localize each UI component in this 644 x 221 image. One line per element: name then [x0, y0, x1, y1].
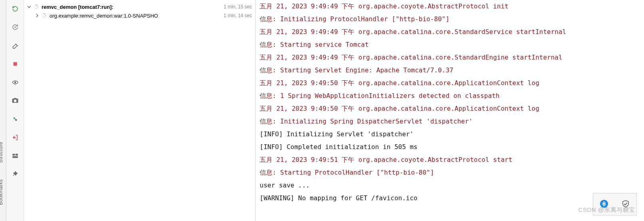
- console-line: 信息: Starting Servlet Engine: Apache Tomc…: [260, 64, 640, 77]
- svg-line-14: [34, 8, 35, 8]
- tree-child-label: org.example:remvc_demon:war:1.0-SNAPSHO: [50, 13, 158, 19]
- console-line: 信息: 1 Spring WebApplicationInitializers …: [260, 90, 640, 102]
- settings-button[interactable]: [10, 40, 21, 51]
- svg-rect-6: [12, 154, 15, 156]
- console-line: 五月 21, 2023 9:49:50 下午 org.apache.catali…: [260, 102, 640, 115]
- chevron-down-icon[interactable]: [27, 5, 33, 9]
- loading-spinner-icon: [33, 4, 39, 10]
- exit-button[interactable]: [10, 132, 21, 143]
- console-line: 五月 21, 2023 9:49:50 下午 org.apache.catali…: [260, 77, 640, 90]
- tree-root-time: 1 min, 15 sec: [220, 4, 252, 10]
- console-output[interactable]: 五月 21, 2023 9:49:49 下午 org.apache.coyote…: [256, 0, 644, 221]
- tree-child-time: 1 min, 14 sec: [220, 13, 252, 18]
- svg-line-16: [34, 5, 35, 6]
- rerun-button[interactable]: [10, 3, 21, 14]
- maven-button[interactable]: [10, 113, 21, 125]
- svg-rect-8: [12, 156, 18, 158]
- console-line: [INFO] Completed initialization in 505 m…: [260, 141, 640, 153]
- dump-threads-button[interactable]: [10, 95, 21, 106]
- console-line: 五月 21, 2023 9:49:49 下午 org.apache.catali…: [260, 51, 640, 64]
- console-line: user save ...: [260, 179, 640, 192]
- toolwindow-bookmarks-label[interactable]: Bookmarks: [0, 179, 4, 205]
- security-shield-icon: [621, 199, 630, 209]
- run-toolbar: [6, 0, 24, 221]
- svg-line-12: [37, 8, 38, 8]
- svg-line-18: [45, 14, 46, 15]
- bluetooth-icon: [600, 199, 608, 209]
- vertical-toolwindow-strip[interactable]: Bookmarks Structure: [0, 0, 6, 221]
- console-line: 信息: Starting service Tomcat: [260, 38, 640, 51]
- loading-spinner-icon: [41, 12, 47, 19]
- svg-line-20: [45, 16, 46, 17]
- stop-button[interactable]: [10, 58, 21, 70]
- rerun-history-button[interactable]: [10, 22, 21, 33]
- tree-root-node[interactable]: remvc_demon [tomcat7:run]: 1 min, 15 sec: [24, 2, 255, 11]
- pin-button[interactable]: [10, 169, 21, 180]
- svg-point-0: [15, 27, 16, 28]
- show-button[interactable]: [10, 77, 21, 88]
- console-line: 信息: Starting ProtocolHandler ["http-bio-…: [260, 166, 640, 179]
- console-line: [WARNING] No mapping for GET /favicon.ic…: [260, 192, 640, 205]
- svg-point-3: [14, 82, 16, 83]
- tree-root-label: remvc_demon [tomcat7:run]:: [42, 4, 113, 10]
- chevron-right-icon[interactable]: [35, 14, 41, 18]
- svg-rect-1: [13, 62, 17, 66]
- console-line: 信息: Initializing Spring DispatcherServle…: [260, 115, 640, 128]
- svg-line-24: [42, 14, 43, 15]
- console-line: 五月 21, 2023 9:49:49 下午 org.apache.catali…: [260, 26, 640, 38]
- console-line: 五月 21, 2023 9:49:49 下午 org.apache.coyote…: [260, 0, 640, 13]
- layout-button[interactable]: [10, 150, 21, 161]
- toolwindow-structure-label[interactable]: Structure: [0, 142, 4, 163]
- svg-line-10: [37, 5, 38, 6]
- console-line: [INFO] Initializing Servlet 'dispatcher': [260, 128, 640, 141]
- build-tree-panel: remvc_demon [tomcat7:run]: 1 min, 15 sec…: [24, 0, 256, 221]
- console-line: 信息: Initializing ProtocolHandler ["http-…: [260, 13, 640, 26]
- tree-child-node[interactable]: org.example:remvc_demon:war:1.0-SNAPSHO …: [24, 11, 255, 20]
- system-tray-overlay: [593, 193, 637, 215]
- svg-line-22: [42, 16, 43, 17]
- svg-rect-7: [15, 154, 18, 156]
- console-line: 五月 21, 2023 9:49:51 下午 org.apache.coyote…: [260, 153, 640, 166]
